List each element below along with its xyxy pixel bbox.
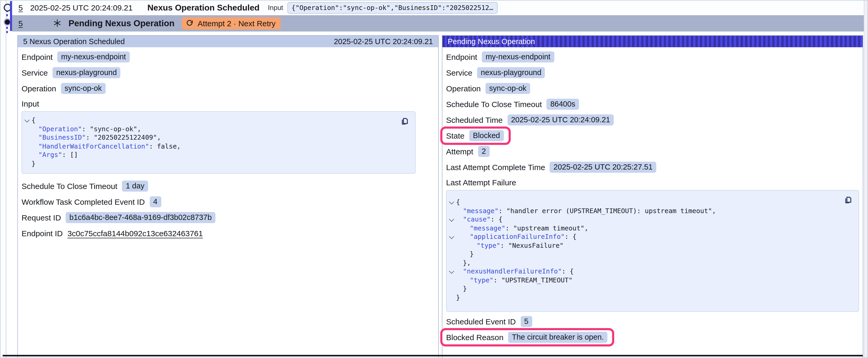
field-row: Scheduled Time2025-02-25 UTC 20:24:09.21 (446, 115, 859, 126)
event-title: Nexus Operation Scheduled (147, 3, 259, 12)
panel-title: Pending Nexus Operation (448, 37, 535, 46)
json-key: "HandlerWaitForCancellation" (38, 142, 149, 150)
field-label: State (446, 131, 464, 140)
field-row: Last Attempt Complete Time2025-02-25 UTC… (446, 162, 859, 173)
panel-timestamp: 2025-02-25 UTC 20:24:09.21 (334, 37, 433, 46)
field-label: Blocked Reason (446, 333, 503, 342)
state-badge: Blocked (469, 130, 504, 141)
field-row: Attempt2 (446, 146, 859, 157)
json-value: } (456, 293, 460, 301)
failure-json-viewer: {"message": "handler error (UPSTREAM_TIM… (446, 190, 859, 312)
field-label: Last Attempt Complete Time (446, 163, 545, 172)
json-value: : { (564, 232, 577, 240)
field-label: Workflow Task Completed Event ID (22, 197, 145, 206)
value-badge: my-nexus-endpoint (57, 52, 129, 62)
json-value: }, (463, 259, 471, 266)
json-key: "message" (463, 206, 498, 215)
field-row: Schedule To Close Timeout1 day (22, 181, 435, 192)
blocked-reason-annotation: Blocked Reason The circuit breaker is op… (446, 332, 859, 343)
chevron-down-icon[interactable] (449, 268, 454, 274)
field-label: Schedule To Close Timeout (446, 100, 542, 109)
field-label: Request ID (22, 213, 61, 222)
json-key: "Args" (38, 151, 62, 159)
event-timeline-rail (1, 1, 15, 34)
json-value: { (32, 116, 35, 124)
field-row: Endpointmy-nexus-endpoint (446, 52, 859, 62)
field-row-endpoint-id: Endpoint ID 3c0c75ccfa8144b092c13ce63246… (22, 228, 435, 239)
field-row: Endpointmy-nexus-endpoint (22, 52, 435, 62)
value-badge: sync-op-ok (486, 83, 530, 94)
field-row: Request IDb1c6a4bc-8ee7-468a-9169-df3b02… (22, 212, 435, 223)
input-json-lines: {"Operation": "sync-op-ok","BusinessID":… (22, 116, 408, 168)
asterisk-icon (53, 19, 62, 28)
value-badge: 1 day (122, 181, 148, 192)
field-label: Schedule To Close Timeout (22, 182, 118, 191)
pending-fields-top: Endpointmy-nexus-endpointServicenexus-pl… (446, 52, 859, 126)
pending-operation-panel: Pending Nexus Operation Endpointmy-nexus… (442, 35, 863, 358)
chevron-down-icon[interactable] (449, 199, 454, 204)
field-row: Servicenexus-playground (446, 67, 859, 78)
collapsed-timeline-strip (1, 1, 6, 357)
event-row-pending-nexus-operation[interactable]: 5 Pending Nexus Operation Attempt 2 · Ne… (12, 15, 864, 32)
json-value: : false, (149, 142, 181, 150)
value-badge: 4 (150, 196, 161, 207)
scheduled-event-id-badge: 5 (521, 316, 532, 327)
field-row-state-highlighted: State Blocked (446, 130, 504, 141)
json-value: } (470, 250, 474, 258)
chevron-down-icon[interactable] (449, 234, 454, 239)
field-label: Service (446, 68, 472, 77)
panel-header-scheduled: 5 Nexus Operation Scheduled 2025-02-25 U… (18, 36, 438, 47)
input-inline-label: Input (268, 4, 283, 12)
json-key: "message" (470, 224, 505, 232)
field-label: Scheduled Time (446, 116, 502, 124)
event-history-rows: 5 2025-02-25 UTC 20:24:09.21 Nexus Opera… (12, 1, 864, 32)
json-value: } (32, 159, 35, 167)
field-row: Operationsync-op-ok (22, 83, 435, 94)
json-value: : "UPSTREAM_TIMEOUT" (493, 276, 572, 284)
event-id-link[interactable]: 5 (19, 19, 23, 28)
value-badge: 2025-02-25 UTC 20:24:09.21 (507, 115, 614, 126)
chevron-down-icon[interactable] (25, 117, 30, 123)
value-badge: 2 (478, 146, 490, 157)
json-key: "Operation" (38, 125, 82, 133)
selected-event-accent-bar (10, 1, 12, 31)
event-id-link[interactable]: 5 (19, 3, 23, 12)
field-label: Operation (22, 84, 56, 93)
field-row: Schedule To Close Timeout86400s (446, 99, 859, 110)
field-label: Attempt (446, 147, 473, 156)
input-json-viewer: {"Operation": "sync-op-ok","BusinessID":… (22, 111, 415, 174)
json-value: : { (491, 215, 502, 223)
json-key: "applicationFailureInfo" (470, 232, 564, 240)
failure-json-lines: {"message": "handler error (UPSTREAM_TIM… (446, 198, 851, 302)
field-row-blocked-reason-highlighted: Blocked Reason The circuit breaker is op… (446, 332, 608, 343)
input-section-label: Input (22, 99, 435, 108)
field-row: Servicenexus-playground (22, 67, 435, 78)
json-value: { (456, 198, 460, 206)
event-row-nexus-operation-scheduled[interactable]: 5 2025-02-25 UTC 20:24:09.21 Nexus Opera… (12, 1, 864, 15)
chevron-down-icon[interactable] (449, 217, 454, 222)
json-value: : [] (62, 151, 78, 159)
event-detail-panel-scheduled: 5 Nexus Operation Scheduled 2025-02-25 U… (17, 35, 439, 358)
json-value: : "NexusFailure" (500, 241, 563, 249)
json-key: "cause" (463, 215, 491, 223)
json-key: "type" (476, 241, 500, 249)
field-label: Endpoint (22, 53, 53, 61)
vertical-scrollbar[interactable] (864, 1, 867, 357)
blocked-reason-badge: The circuit breaker is open. (508, 332, 608, 343)
last-attempt-failure-label: Last Attempt Failure (446, 178, 859, 187)
temporal-event-history-screen: 5 2025-02-25 UTC 20:24:09.21 Nexus Opera… (0, 0, 868, 358)
pending-operation-title: Pending Nexus Operation (68, 19, 175, 28)
panel-title: 5 Nexus Operation Scheduled (23, 37, 125, 46)
attempt-retry-label: Attempt 2 · Next Retry (197, 19, 276, 28)
value-badge: 2025-02-25 UTC 20:25:27.51 (550, 162, 656, 173)
value-badge: nexus-playground (53, 67, 121, 78)
json-value: } (463, 285, 467, 292)
json-value: : { (562, 267, 574, 275)
scheduled-fields-bottom: Schedule To Close Timeout1 dayWorkflow T… (22, 181, 435, 223)
scheduled-fields-top: Endpointmy-nexus-endpointServicenexus-pl… (22, 52, 435, 94)
pending-fields-mid: Attempt2Last Attempt Complete Time2025-0… (446, 146, 859, 173)
value-badge: 86400s (547, 99, 579, 110)
json-value: : "sync-op-ok", (82, 125, 141, 133)
json-value: : "upstream timeout", (505, 224, 588, 232)
endpoint-id-link[interactable]: 3c0c75ccfa8144b092c13ce632463761 (67, 229, 203, 238)
